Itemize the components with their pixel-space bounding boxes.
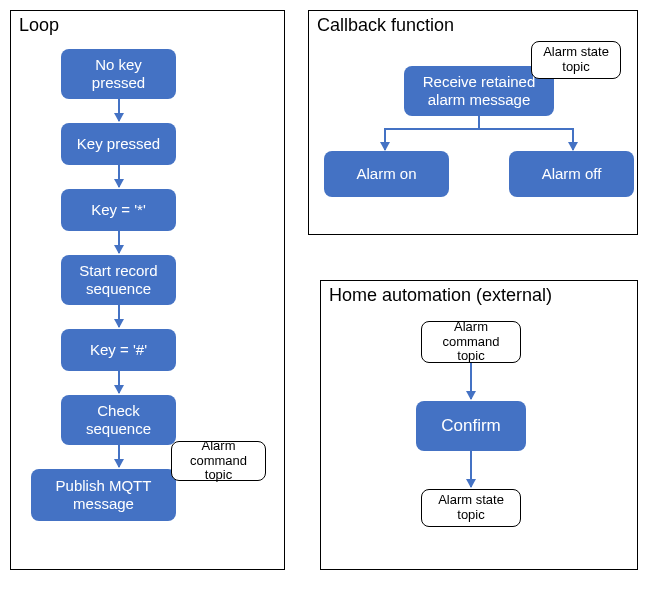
node-label: Start record sequence <box>67 262 170 298</box>
node-confirm: Confirm <box>416 401 526 451</box>
loop-title: Loop <box>19 15 59 36</box>
tag-label: Alarm state topic <box>428 493 514 523</box>
arrow <box>118 305 120 327</box>
loop-panel: Loop No key pressed Key pressed Key = '*… <box>10 10 285 570</box>
node-start-record: Start record sequence <box>61 255 176 305</box>
home-automation-panel: Home automation (external) Alarm command… <box>320 280 638 570</box>
node-label: Key pressed <box>77 135 160 153</box>
node-label: Receive retained alarm message <box>410 73 548 109</box>
arrow <box>118 445 120 467</box>
tag-alarm-state-topic: Alarm state topic <box>421 489 521 527</box>
arrow <box>118 231 120 253</box>
connector <box>384 128 574 130</box>
arrow <box>118 371 120 393</box>
node-alarm-off: Alarm off <box>509 151 634 197</box>
node-label: Key = '*' <box>91 201 146 219</box>
tag-alarm-state-topic: Alarm state topic <box>531 41 621 79</box>
arrow <box>470 363 472 399</box>
connector <box>478 116 480 128</box>
node-label: Confirm <box>441 416 501 436</box>
callback-title: Callback function <box>317 15 454 36</box>
node-check-sequence: Check sequence <box>61 395 176 445</box>
tag-alarm-command-topic: Alarm command topic <box>171 441 266 481</box>
node-publish-mqtt: Publish MQTT message <box>31 469 176 521</box>
node-key-pressed: Key pressed <box>61 123 176 165</box>
node-no-key-pressed: No key pressed <box>61 49 176 99</box>
arrow <box>118 99 120 121</box>
node-label: Check sequence <box>67 402 170 438</box>
node-label: Key = '#' <box>90 341 147 359</box>
node-key-star: Key = '*' <box>61 189 176 231</box>
node-label: Publish MQTT message <box>37 477 170 513</box>
arrow <box>470 451 472 487</box>
node-label: Alarm on <box>356 165 416 183</box>
node-alarm-on: Alarm on <box>324 151 449 197</box>
tag-alarm-command-topic: Alarm command topic <box>421 321 521 363</box>
node-label: Alarm off <box>542 165 602 183</box>
node-label: No key pressed <box>67 56 170 92</box>
node-key-hash: Key = '#' <box>61 329 176 371</box>
tag-label: Alarm command topic <box>428 320 514 365</box>
arrow <box>384 128 386 150</box>
tag-label: Alarm command topic <box>178 439 259 484</box>
tag-label: Alarm state topic <box>538 45 614 75</box>
callback-panel: Callback function Receive retained alarm… <box>308 10 638 235</box>
home-title: Home automation (external) <box>329 285 552 306</box>
arrow <box>118 165 120 187</box>
arrow <box>572 128 574 150</box>
